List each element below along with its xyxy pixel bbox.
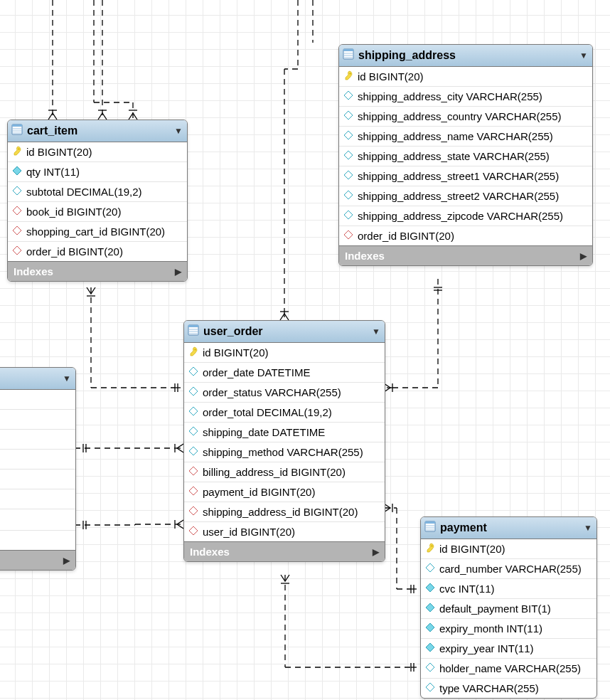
column-text: shipping_address_zipcode VARCHAR(255) — [358, 210, 563, 222]
chevron-down-icon[interactable]: ▼ — [579, 51, 588, 60]
indexes-label: Indexes — [190, 546, 373, 558]
column-row[interactable]: qty INT(11) — [8, 162, 187, 182]
column-text: billing_address_id BIGINT(20) — [203, 466, 346, 478]
table-shipping_address[interactable]: shipping_address▼id BIGINT(20)shipping_a… — [338, 44, 593, 266]
column-type-icon — [425, 563, 439, 575]
column-row[interactable]: shipping_address_street2 VARCHAR(255) — [339, 186, 592, 206]
column-row[interactable]: shipping_date DATETIME — [184, 423, 385, 442]
column-type-icon — [12, 206, 26, 218]
svg-marker-21 — [344, 171, 353, 179]
payment-to-user-order-mid — [384, 504, 420, 593]
chevron-down-icon[interactable]: ▼ — [174, 126, 183, 136]
column-row[interactable]: user_id BIGINT(20) — [184, 522, 385, 541]
svg-marker-49 — [426, 623, 434, 632]
chevron-down-icon[interactable]: ▼ — [584, 523, 592, 533]
svg-marker-35 — [189, 447, 198, 455]
table-header[interactable]: user_order▼ — [184, 321, 385, 343]
column-row[interactable]: billing_address_id BIGINT(20) — [184, 462, 385, 482]
column-row[interactable]: order_id BIGINT(20) — [339, 226, 592, 245]
column-row[interactable]: order_date DATETIME — [184, 363, 385, 383]
column-row[interactable]: shipping_address_name VARCHAR(255) — [339, 127, 592, 147]
erd-canvas[interactable]: .dline { stroke:#000; stroke-width:1.3; … — [0, 0, 610, 700]
column-text: book_id BIGINT(20) — [26, 206, 121, 218]
column-text: qty INT(11) — [26, 166, 80, 178]
column-row[interactable]: holder_name VARCHAR(255) — [421, 659, 596, 679]
table-partial_left[interactable]: ▼HAR(255)ARCHAR(255)RCHAR(255)RCHAR(255)… — [0, 367, 76, 571]
column-row[interactable]: shopping_cart_id BIGINT(20) — [8, 222, 187, 242]
column-row[interactable]: shipping_method VARCHAR(255) — [184, 442, 385, 462]
column-type-icon — [188, 466, 203, 478]
column-row[interactable]: HAR(255) — [0, 390, 75, 410]
column-row[interactable] — [0, 509, 75, 531]
column-type-icon — [425, 682, 439, 694]
column-row[interactable]: card_number VARCHAR(255) — [421, 559, 596, 579]
column-type-icon — [12, 186, 26, 198]
chevron-down-icon[interactable]: ▼ — [372, 327, 380, 336]
column-row[interactable]: ARCHAR(255) — [0, 489, 75, 509]
indexes-section[interactable]: Indexes▶ — [339, 245, 592, 265]
table-title: cart_item — [27, 124, 174, 137]
svg-marker-32 — [189, 387, 198, 396]
column-row[interactable]: id BIGINT(20) — [339, 67, 592, 87]
column-type-icon — [343, 90, 358, 102]
table-header[interactable]: ▼ — [0, 368, 75, 390]
column-row[interactable]: shipping_address_zipcode VARCHAR(255) — [339, 206, 592, 226]
column-text: id BIGINT(20) — [439, 543, 505, 555]
column-row[interactable]: payment_id BIGINT(20) — [184, 482, 385, 502]
column-row[interactable]: expiry_month INT(11) — [421, 619, 596, 639]
table-cart_item[interactable]: cart_item▼id BIGINT(20)qty INT(11)subtot… — [7, 120, 188, 282]
column-row[interactable]: shipping_address_street1 VARCHAR(255) — [339, 166, 592, 186]
column-text: default_payment BIT(1) — [439, 603, 551, 615]
svg-marker-19 — [344, 131, 353, 139]
column-row[interactable]: shipping_address_id BIGINT(20) — [184, 502, 385, 522]
column-row[interactable]: book_id BIGINT(20) — [8, 202, 187, 222]
column-row[interactable]: order_id BIGINT(20) — [8, 242, 187, 261]
column-row[interactable]: RCHAR(255) — [0, 430, 75, 450]
svg-rect-26 — [188, 325, 198, 327]
chevron-right-icon[interactable]: ▶ — [63, 556, 70, 566]
column-row[interactable]: shipping_address_state VARCHAR(255) — [339, 147, 592, 166]
table-user_order[interactable]: user_order▼id BIGINT(20)order_date DATET… — [183, 320, 385, 562]
column-text: order_total DECIMAL(19,2) — [203, 406, 332, 418]
column-row[interactable]: default_payment BIT(1) — [421, 599, 596, 619]
chevron-right-icon[interactable]: ▶ — [175, 267, 181, 277]
column-row[interactable]: shipping_address_city VARCHAR(255) — [339, 87, 592, 107]
chevron-right-icon[interactable]: ▶ — [373, 547, 379, 557]
column-row[interactable]: type VARCHAR(255) — [421, 679, 596, 698]
column-row[interactable]: id BIGINT(20) — [421, 539, 596, 559]
table-header[interactable]: payment▼ — [421, 517, 596, 539]
column-type-icon — [425, 662, 439, 674]
chevron-down-icon[interactable]: ▼ — [63, 373, 71, 383]
svg-marker-38 — [189, 507, 198, 515]
indexes-section[interactable]: Indexes▶ — [8, 261, 187, 281]
column-row[interactable]: ARCHAR(255) — [0, 410, 75, 430]
column-row[interactable]: order_status VARCHAR(255) — [184, 383, 385, 403]
indexes-section[interactable]: Indexes▶ — [184, 541, 385, 561]
column-row[interactable]: id BIGINT(20) — [8, 142, 187, 162]
column-row[interactable]: cvc INT(11) — [421, 579, 596, 599]
table-header[interactable]: shipping_address▼ — [339, 45, 592, 67]
column-text: expiry_month INT(11) — [439, 622, 542, 635]
chevron-right-icon[interactable]: ▶ — [580, 251, 587, 261]
column-row[interactable]: shipping_address_country VARCHAR(255) — [339, 107, 592, 127]
column-type-icon — [188, 506, 203, 518]
column-row[interactable]: subtotal DECIMAL(19,2) — [8, 182, 187, 202]
column-row[interactable]: id BIGINT(20) — [184, 343, 385, 363]
svg-marker-50 — [426, 643, 434, 652]
column-text: shipping_address_street1 VARCHAR(255) — [358, 170, 559, 182]
indexes-section[interactable]: Indexes▶ — [0, 550, 75, 570]
table-title: shipping_address — [358, 49, 579, 62]
svg-marker-37 — [189, 487, 198, 495]
column-row[interactable]: order_total DECIMAL(19,2) — [184, 403, 385, 423]
table-payment[interactable]: payment▼id BIGINT(20)card_number VARCHAR… — [420, 516, 597, 699]
table-header[interactable]: cart_item▼ — [8, 120, 187, 142]
column-text: id BIGINT(20) — [203, 346, 269, 359]
column-row[interactable]: RCHAR(255) — [0, 450, 75, 470]
column-type-icon — [425, 543, 439, 555]
column-row[interactable]: expiry_year INT(11) — [421, 639, 596, 659]
svg-marker-31 — [189, 367, 198, 376]
column-row[interactable]: CHAR(255) — [0, 531, 75, 550]
svg-marker-47 — [426, 583, 434, 592]
column-row[interactable]: RCHAR(255) — [0, 470, 75, 489]
column-type-icon — [425, 642, 439, 654]
